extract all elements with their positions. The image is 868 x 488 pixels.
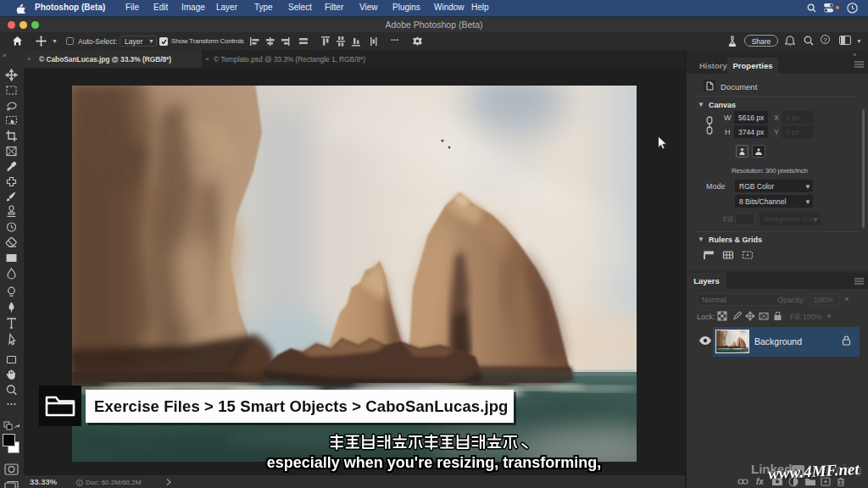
svg-text:fx: fx (756, 477, 764, 486)
